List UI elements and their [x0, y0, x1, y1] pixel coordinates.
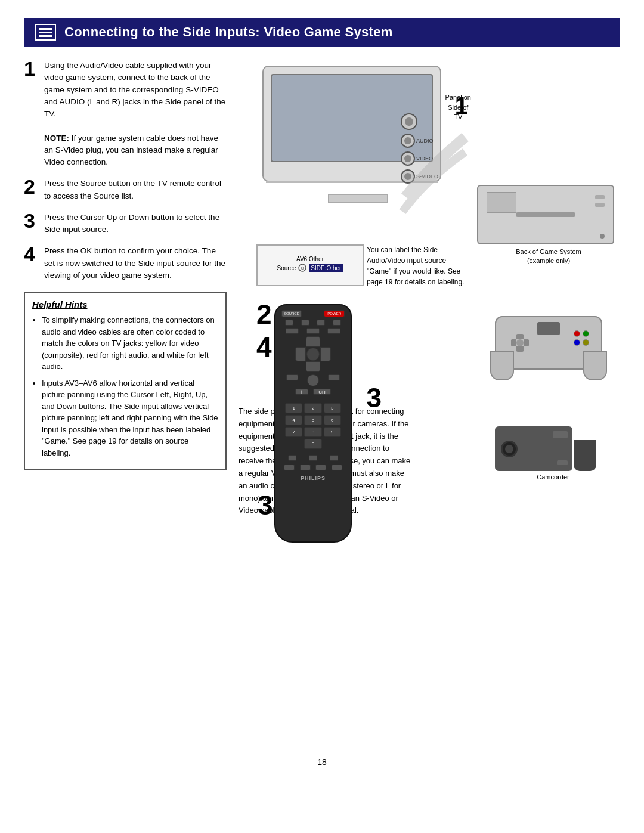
step-4-text: Press the OK button to confirm your choi…	[44, 245, 227, 281]
dpad-ok-button[interactable]	[306, 348, 320, 361]
remote-num-9[interactable]: 9	[324, 427, 341, 437]
remote-bottom-btn-2[interactable]	[309, 455, 317, 461]
gamepad-screen	[537, 322, 560, 335]
remote-num-6[interactable]: 6	[324, 415, 341, 425]
camcorder-lens	[501, 441, 518, 457]
dpad-down-button[interactable]	[306, 361, 320, 372]
svg-text:⚙: ⚙	[301, 266, 304, 270]
gpd-up[interactable]	[516, 334, 524, 339]
step-2: 2 Press the Source button on the TV remo…	[24, 178, 227, 202]
remote-num-5[interactable]: 5	[304, 415, 321, 425]
remote-row-top: SOURCE POWER	[281, 310, 345, 317]
gamepad-body	[495, 316, 602, 370]
helpful-hints-list: To simplify making connections, the conn…	[32, 314, 218, 459]
page-number: 18	[24, 757, 620, 767]
gamepad-btn-a[interactable]	[574, 330, 580, 337]
step-1: 1 Using the Audio/Video cable supplied w…	[24, 60, 227, 168]
gpd-left[interactable]	[511, 339, 516, 346]
step-2-text: Press the Source button on the TV remote…	[44, 178, 227, 202]
console-cart-slot	[487, 192, 516, 213]
left-column: 1 Using the Audio/Video cable supplied w…	[24, 60, 227, 745]
step-badge-1: 1	[455, 92, 468, 119]
remote-num-8[interactable]: 8	[304, 427, 321, 437]
remote-extra-btn-2[interactable]	[328, 374, 340, 380]
side-label-text: You can label the Side Audio/Video input…	[367, 244, 471, 287]
source-screen-display: --- AV6:Other Source ⚙ SIDE:Other	[256, 244, 364, 286]
remote-bottom-btn-3[interactable]	[330, 455, 338, 461]
remote-illustration: 2 3 4 3 SOURCE POWER	[274, 304, 370, 561]
remote-mid-btn-2[interactable]	[306, 328, 320, 334]
step-number-3: 3	[24, 210, 38, 231]
gamepad-buttons	[574, 330, 589, 346]
remote-small-btn-1[interactable]	[285, 320, 293, 326]
remote-extra-buttons	[281, 374, 345, 386]
right-column: Panel on Side of TV 1 AUDIO	[239, 60, 620, 745]
remote-icon-btn-3[interactable]	[315, 465, 326, 470]
remote-num-7[interactable]: 7	[285, 427, 302, 437]
remote-mid-btn-3[interactable]	[327, 328, 340, 334]
camcorder-body-group	[495, 426, 611, 471]
step-badge-4-overlay: 4	[256, 331, 272, 363]
helpful-hints-box: Helpful Hints To simplify making connect…	[24, 292, 227, 470]
remote-plus-btn[interactable]: +	[295, 389, 308, 395]
remote-top-section: SOURCE POWER	[275, 305, 351, 401]
step-badge-2-overlay: 2	[256, 298, 272, 330]
step-badge-3-lower: 3	[258, 489, 273, 521]
gpd-center	[516, 339, 524, 346]
console-body	[477, 185, 614, 244]
remote-body: SOURCE POWER	[274, 304, 352, 543]
remote-num-3[interactable]: 3	[324, 403, 341, 413]
note-text: If your game system cable does not have …	[44, 134, 218, 167]
camcorder-side-btn[interactable]	[557, 460, 568, 465]
step-badge-3-overlay: 3	[366, 382, 382, 414]
remote-bottom-btn-1[interactable]	[288, 455, 296, 461]
gamepad-left-handle	[490, 351, 514, 380]
remote-extra-btn-1[interactable]	[286, 374, 298, 380]
gpd-down[interactable]	[516, 346, 524, 352]
step-4: 4 Press the OK button to confirm your ch…	[24, 245, 227, 281]
remote-numpad: 1 2 3 4 5 6 7 8 9 0	[275, 403, 351, 449]
remote-num-0[interactable]: 0	[304, 439, 321, 449]
game-console-illustration: Back of Game System (example only)	[477, 185, 620, 266]
remote-num-1[interactable]: 1	[285, 403, 302, 413]
gamepad-btn-b[interactable]	[583, 330, 589, 337]
remote-dpad	[295, 336, 331, 372]
remote-icon-btn-2[interactable]	[300, 465, 311, 470]
step-1-text: Using the Audio/Video cable supplied wit…	[44, 60, 227, 168]
remote-icon-btn-1[interactable]	[284, 465, 295, 470]
page-title: Connecting to the Side Inputs: Video Gam…	[64, 24, 393, 40]
philips-logo-text: PHILIPS	[275, 475, 351, 481]
header-bar: Connecting to the Side Inputs: Video Gam…	[24, 18, 620, 47]
remote-num-2[interactable]: 2	[304, 403, 321, 413]
remote-mid-btn-1[interactable]	[286, 328, 299, 334]
console-btn-2	[595, 203, 605, 207]
remote-small-btn-3[interactable]	[317, 320, 325, 326]
remote-small-btn-2[interactable]	[301, 320, 309, 326]
gamepad-btn-c[interactable]	[574, 339, 580, 346]
hint-item-1: To simplify making connections, the conn…	[42, 314, 218, 373]
illustration-area: Panel on Side of TV 1 AUDIO	[239, 60, 620, 745]
remote-small-btn-4[interactable]	[333, 320, 341, 326]
power-button[interactable]: POWER	[324, 310, 345, 317]
step-number-4: 4	[24, 244, 38, 264]
source-button[interactable]: SOURCE	[281, 310, 302, 317]
helpful-hints-title: Helpful Hints	[32, 299, 218, 309]
philips-logo-icon: ⚙	[298, 264, 306, 272]
remote-icon-btn-4[interactable]	[332, 465, 342, 470]
dpad-left-button[interactable]	[295, 347, 306, 361]
camcorder-grip	[574, 440, 596, 471]
step-3-text: Press the Cursor Up or Down button to se…	[44, 212, 227, 236]
dpad-right-button[interactable]	[320, 347, 331, 361]
remote-vol-up[interactable]	[307, 374, 319, 386]
source-screen-line3: SIDE:Other	[309, 264, 343, 272]
gamepad-btn-d[interactable]	[583, 339, 589, 346]
remote-plusminus: + CH	[281, 389, 345, 395]
dpad-up-button[interactable]	[306, 336, 320, 347]
step-3: 3 Press the Cursor Up or Down button to …	[24, 212, 227, 236]
remote-icon-row	[275, 463, 351, 472]
camcorder-lens-inner	[505, 445, 513, 453]
remote-num-4[interactable]: 4	[285, 415, 302, 425]
remote-ch-btn[interactable]: CH	[313, 389, 331, 395]
gpd-right[interactable]	[524, 339, 529, 346]
camcorder-top-btn[interactable]	[553, 431, 568, 438]
